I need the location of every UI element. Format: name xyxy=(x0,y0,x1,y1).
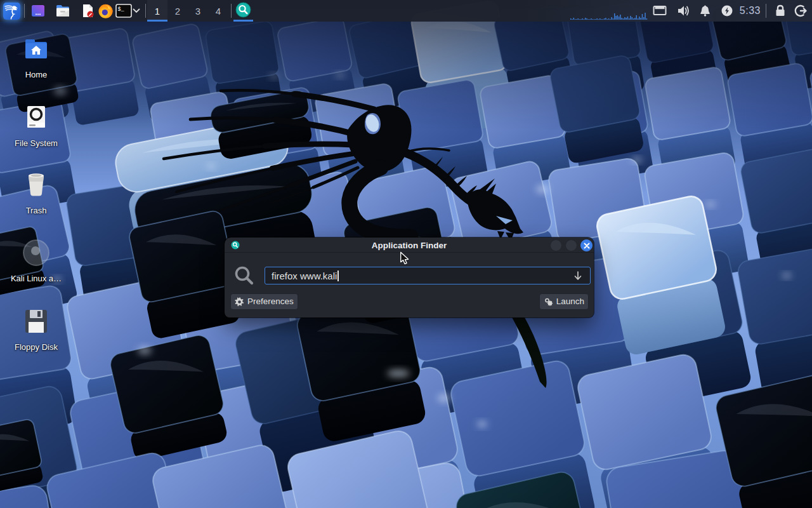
svg-text:$_: $_ xyxy=(118,6,125,13)
